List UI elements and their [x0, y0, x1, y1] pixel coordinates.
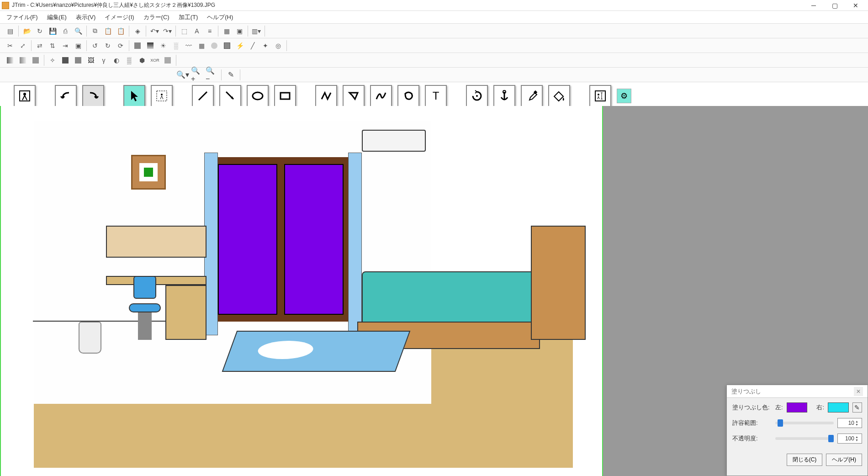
photo-button[interactable]: 🖼: [85, 55, 96, 66]
tool-anchor[interactable]: [493, 85, 515, 107]
right-color-swatch[interactable]: [828, 402, 849, 413]
wave-button[interactable]: 〰: [183, 40, 194, 51]
tool-text[interactable]: T: [425, 85, 447, 107]
tolerance-slider[interactable]: [775, 422, 834, 424]
menu-help[interactable]: ヘルプ(H): [202, 11, 238, 23]
lines-icon[interactable]: ≡: [204, 26, 215, 37]
shift-button[interactable]: ⇥: [60, 40, 71, 51]
rotate-left-button[interactable]: ↺: [90, 40, 101, 51]
minimize-button[interactable]: ─: [803, 0, 824, 11]
emboss-button[interactable]: [222, 40, 233, 51]
dialog-close-btn[interactable]: 閉じる(C): [787, 454, 823, 466]
paste-new-button[interactable]: 📋: [115, 26, 126, 37]
opacity-slider[interactable]: [775, 437, 834, 440]
stamp-button[interactable]: ✦: [260, 40, 271, 51]
menu-process[interactable]: 加工(T): [174, 11, 203, 23]
sharpen-button[interactable]: ⚡: [234, 40, 245, 51]
dialog-titlebar[interactable]: 塗りつぶし ✕: [727, 385, 868, 398]
zoom-fit-button[interactable]: 🔍▾: [176, 69, 189, 80]
dialog-close-button[interactable]: ✕: [854, 387, 863, 396]
mosaic-button[interactable]: ▦: [196, 40, 207, 51]
resize-button[interactable]: ⤢: [17, 40, 28, 51]
new-button[interactable]: ▤: [5, 26, 16, 37]
tool-pointer[interactable]: [123, 85, 145, 107]
gradient-button[interactable]: [145, 40, 156, 51]
undo-button[interactable]: ↶▾: [149, 26, 160, 37]
save-button[interactable]: 💾: [47, 26, 58, 37]
spark-button[interactable]: ✧: [47, 55, 58, 66]
paste-button[interactable]: 📋: [102, 26, 113, 37]
tone1-button[interactable]: [5, 55, 16, 66]
flip-v-button[interactable]: ⇅: [47, 40, 58, 51]
opacity-input[interactable]: 100 ▲▼: [837, 434, 862, 444]
tone3-button[interactable]: [30, 55, 41, 66]
solid-mid-button[interactable]: [73, 55, 84, 66]
zoom-in-button[interactable]: 🔍+: [191, 69, 204, 80]
tool-ellipse[interactable]: [247, 85, 269, 107]
xor-button[interactable]: XOR: [149, 55, 160, 66]
rgb-button[interactable]: ⬢: [137, 55, 148, 66]
tool-redo[interactable]: [82, 85, 104, 107]
dresser: [531, 226, 586, 340]
tool-curve[interactable]: [370, 85, 392, 107]
tool-eyedropper[interactable]: [521, 85, 543, 107]
tool-polyline[interactable]: [315, 85, 337, 107]
flip-h-button[interactable]: ⇄: [34, 40, 45, 51]
menu-image[interactable]: イメージ(I): [100, 11, 138, 23]
menu-color[interactable]: カラー(C): [139, 11, 174, 23]
redo-button[interactable]: ↷▾: [162, 26, 173, 37]
preview-button[interactable]: 🔍: [73, 26, 84, 37]
tool-arrow[interactable]: [219, 85, 241, 107]
text-button[interactable]: A: [191, 26, 202, 37]
tool-polygon[interactable]: [343, 85, 365, 107]
tool-fill[interactable]: [548, 85, 570, 107]
tool-line[interactable]: [192, 85, 214, 107]
tool-settings[interactable]: ⚙: [617, 89, 631, 103]
left-color-swatch[interactable]: [787, 402, 808, 413]
copy-button[interactable]: ⧉: [90, 26, 101, 37]
dither-button[interactable]: ▒: [124, 55, 135, 66]
menu-file[interactable]: ファイル(F): [2, 11, 42, 23]
tag-button[interactable]: ◈: [132, 26, 143, 37]
dialog-help-btn[interactable]: ヘルプ(H): [826, 454, 862, 466]
print-button[interactable]: ⎙: [60, 26, 71, 37]
shadow-button[interactable]: [132, 40, 143, 51]
reload-button[interactable]: ↻: [34, 26, 45, 37]
film-icon[interactable]: ▣: [234, 26, 245, 37]
tone2-button[interactable]: [17, 55, 28, 66]
spiral-button[interactable]: ◎: [273, 40, 284, 51]
tool-closed-curve[interactable]: [397, 85, 419, 107]
menu-view[interactable]: 表示(V): [71, 11, 100, 23]
tool-reference[interactable]: [14, 85, 36, 107]
brightness-button[interactable]: ☀: [158, 40, 169, 51]
zoom-out-button[interactable]: 🔍−: [206, 69, 218, 80]
close-button[interactable]: ✕: [845, 0, 866, 11]
tolerance-input[interactable]: 10 ▲▼: [837, 418, 862, 428]
tool-select-area[interactable]: [151, 85, 173, 107]
eyedropper-icon[interactable]: ✎: [852, 402, 862, 413]
tool-undo[interactable]: [55, 85, 77, 107]
edge-button[interactable]: ╱: [247, 40, 258, 51]
gray-button[interactable]: [162, 55, 173, 66]
grid4-icon[interactable]: ▦: [221, 26, 232, 37]
frame-button[interactable]: ▣: [73, 40, 84, 51]
noise-button[interactable]: ░: [170, 40, 181, 51]
rotate-free-button[interactable]: ⟳: [115, 40, 126, 51]
layers-icon[interactable]: ▥▾: [251, 26, 262, 37]
window-right-pane: [284, 164, 344, 315]
menu-edit[interactable]: 編集(E): [42, 11, 71, 23]
maximize-button[interactable]: ▢: [824, 0, 845, 11]
image-canvas[interactable]: [0, 106, 603, 476]
open-button[interactable]: 📂: [21, 26, 32, 37]
rotate-right-button[interactable]: ↻: [102, 40, 113, 51]
eyedropper-button[interactable]: ✎: [224, 69, 237, 80]
tool-measure[interactable]: [589, 85, 611, 107]
solid-dark-button[interactable]: [60, 55, 71, 66]
tool-rotate[interactable]: [466, 85, 488, 107]
tool-rectangle[interactable]: [274, 85, 296, 107]
blur-button[interactable]: [209, 40, 220, 51]
crop-button[interactable]: ✂: [5, 40, 16, 51]
moon-button[interactable]: ◐: [111, 55, 122, 66]
gamma-button[interactable]: γ: [98, 55, 109, 66]
select-all-button[interactable]: ⬚: [179, 26, 190, 37]
